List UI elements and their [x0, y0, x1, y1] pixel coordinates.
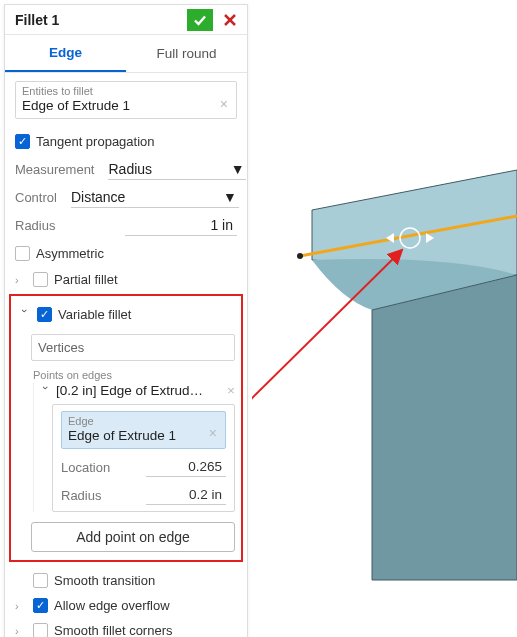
allow-edge-overflow-label: Allow edge overflow [54, 598, 170, 613]
smooth-fillet-corners-label: Smooth fillet corners [54, 623, 173, 637]
viewport-3d[interactable] [252, 100, 517, 600]
entities-field[interactable]: Entities to fillet Edge of Extrude 1 × [15, 81, 237, 119]
control-label: Control [15, 190, 57, 205]
add-point-button[interactable]: Add point on edge [31, 522, 235, 552]
smooth-fillet-corners-row[interactable]: › Smooth fillet corners [5, 618, 247, 637]
variable-fillet-row[interactable]: › ✓ Variable fillet [17, 302, 235, 330]
panel-title: Fillet 1 [5, 12, 187, 28]
asymmetric-label: Asymmetric [36, 246, 104, 261]
smooth-transition-row[interactable]: Smooth transition [5, 568, 247, 593]
measurement-label: Measurement [15, 162, 94, 177]
measurement-value: Radius [108, 161, 152, 177]
clear-edge-button[interactable]: × [209, 425, 217, 441]
tab-full-round[interactable]: Full round [126, 35, 247, 72]
tab-edge[interactable]: Edge [5, 35, 126, 72]
tangent-checkbox[interactable]: ✓ [15, 134, 30, 149]
points-on-edges-caption: Points on edges [33, 369, 233, 381]
partial-fillet-label: Partial fillet [54, 272, 118, 287]
asymmetric-row[interactable]: Asymmetric [15, 239, 237, 267]
chevron-right-icon: › [15, 600, 27, 612]
tangent-row[interactable]: ✓ Tangent propagation [15, 127, 237, 155]
model-front-face [372, 275, 517, 580]
poe-radius-input[interactable]: 0.2 in [146, 485, 226, 505]
chevron-down-icon: ▼ [223, 189, 237, 205]
location-label: Location [61, 460, 146, 475]
smooth-transition-label: Smooth transition [54, 573, 155, 588]
chevron-right-icon: › [15, 274, 27, 286]
chevron-down-icon: › [40, 386, 52, 398]
asymmetric-checkbox[interactable] [15, 246, 30, 261]
close-icon [223, 13, 237, 27]
edge-endpoint [297, 253, 303, 259]
poe-radius-label: Radius [61, 488, 146, 503]
edge-value: Edge of Extrude 1 [68, 428, 219, 443]
chevron-right-icon: › [15, 625, 27, 637]
radius-input[interactable]: 1 in [125, 215, 237, 236]
smooth-transition-checkbox[interactable] [33, 573, 48, 588]
chevron-down-icon: ▼ [231, 161, 245, 177]
measurement-select[interactable]: Radius ▼ [108, 159, 246, 180]
location-input[interactable]: 0.265 [146, 457, 226, 477]
radius-label: Radius [15, 218, 55, 233]
partial-fillet-row[interactable]: › Partial fillet [5, 267, 247, 292]
cancel-button[interactable] [219, 9, 241, 31]
poe-item-header[interactable]: › [0.2 in] Edge of Extrud… × [40, 383, 235, 398]
variable-fillet-label: Variable fillet [58, 307, 131, 322]
allow-edge-overflow-checkbox[interactable]: ✓ [33, 598, 48, 613]
variable-fillet-highlight: › ✓ Variable fillet Vertices Points on e… [9, 294, 243, 562]
poe-item-title: [0.2 in] Edge of Extrud… [56, 383, 223, 398]
fillet-panel: Fillet 1 Edge Full round Entities to fil… [4, 4, 248, 637]
tangent-label: Tangent propagation [36, 134, 155, 149]
accept-button[interactable] [187, 9, 213, 31]
control-value: Distance [71, 189, 125, 205]
entities-value: Edge of Extrude 1 [22, 98, 230, 113]
panel-header: Fillet 1 [5, 5, 247, 35]
chevron-down-icon: › [19, 309, 31, 321]
poe-item-body: Edge Edge of Extrude 1 × Location 0.265 … [52, 404, 235, 512]
allow-edge-overflow-row[interactable]: › ✓ Allow edge overflow [5, 593, 247, 618]
control-select[interactable]: Distance ▼ [71, 187, 239, 208]
edge-caption: Edge [68, 415, 219, 427]
entities-caption: Entities to fillet [22, 85, 230, 97]
remove-point-button[interactable]: × [227, 383, 235, 398]
checkmark-icon [192, 12, 208, 28]
partial-fillet-checkbox[interactable] [33, 272, 48, 287]
variable-fillet-checkbox[interactable]: ✓ [37, 307, 52, 322]
tabs: Edge Full round [5, 35, 247, 73]
edge-selection[interactable]: Edge Edge of Extrude 1 × [61, 411, 226, 449]
vertices-field[interactable]: Vertices [31, 334, 235, 361]
clear-entities-button[interactable]: × [220, 96, 228, 112]
smooth-fillet-corners-checkbox[interactable] [33, 623, 48, 637]
